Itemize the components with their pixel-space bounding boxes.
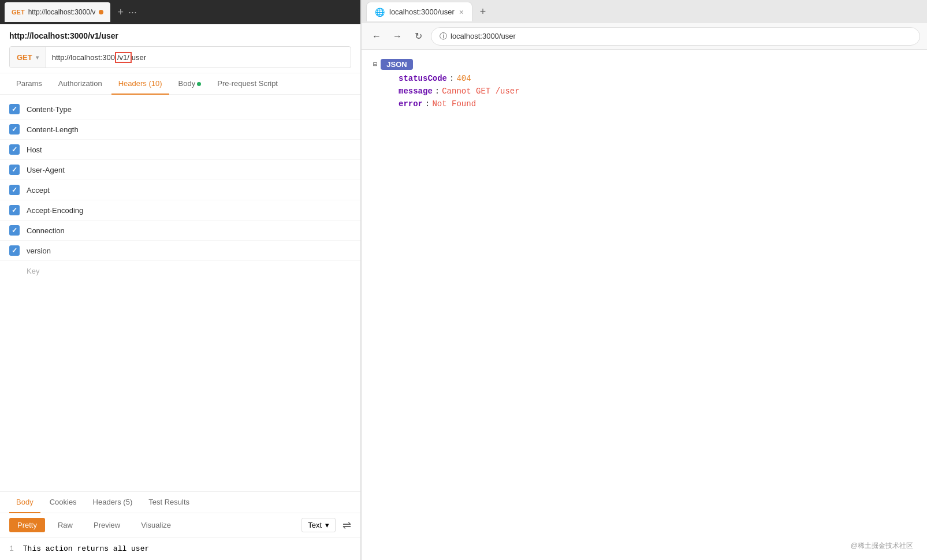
line-number: 1 [9, 544, 14, 553]
checkbox-accept[interactable] [9, 185, 20, 195]
address-bar[interactable]: ⓘ localhost:3000/user [431, 27, 920, 46]
tab-bar: GET http://localhost:3000/v + ··· [0, 0, 360, 24]
response-format-bar: Pretty Raw Preview Visualize Text ▾ ⇌ [0, 513, 360, 537]
json-value-statuscode: 404 [456, 74, 471, 83]
headers-list: Content-Type Content-Length Host User-Ag… [0, 95, 360, 491]
json-key-message: message [399, 87, 433, 96]
more-icon[interactable]: ··· [128, 6, 137, 18]
header-connection: Connection [27, 226, 65, 235]
format-pretty[interactable]: Pretty [9, 518, 45, 532]
checkbox-connection[interactable] [9, 225, 20, 236]
format-visualize[interactable]: Visualize [133, 518, 179, 532]
tab-prerequest[interactable]: Pre-request Script [210, 73, 285, 95]
response-content: This action returns all user [23, 544, 149, 553]
tab-dot [99, 10, 103, 14]
request-tabs: Params Authorization Headers (10) Body P… [0, 73, 360, 95]
active-tab[interactable]: GET http://localhost:3000/v [5, 2, 110, 22]
header-host: Host [27, 145, 42, 154]
browser-toolbar: ← → ↻ ⓘ localhost:3000/user [362, 23, 927, 50]
tab-url: http://localhost:3000/v [28, 8, 96, 16]
json-root-row: ⊟ JSON [373, 59, 915, 70]
url-highlighted: /v1/ [115, 52, 132, 63]
header-row: Content-Type [0, 99, 360, 120]
json-key-error: error [399, 99, 423, 109]
header-content-type: Content-Type [27, 105, 72, 114]
wrap-button[interactable]: ⇌ [342, 519, 351, 532]
json-line-message: message : Cannot GET /user [385, 85, 915, 98]
watermark: @稀土掘金技术社区 [851, 541, 913, 551]
method-chevron: ▾ [36, 54, 39, 61]
json-colon-2: : [425, 99, 430, 109]
page-title: http://localhost:3000/v1/user [9, 31, 351, 40]
tab-authorization[interactable]: Authorization [51, 73, 109, 95]
header-row: User-Agent [0, 160, 360, 180]
response-section: Body Cookies Headers (5) Test Results Pr… [0, 491, 360, 560]
header-row: Host [0, 140, 360, 160]
format-raw[interactable]: Raw [50, 518, 81, 532]
header-user-agent: User-Agent [27, 166, 65, 174]
url-section: http://localhost:3000/v1/user GET ▾ http… [0, 24, 360, 73]
browser-tab-bar: 🌐 localhost:3000/user × + [362, 0, 927, 23]
checkbox-accept-encoding[interactable] [9, 205, 20, 215]
header-version: version [27, 247, 51, 255]
reload-button[interactable]: ↻ [410, 28, 426, 44]
header-accept-encoding: Accept-Encoding [27, 206, 83, 215]
header-accept: Accept [27, 186, 50, 195]
back-button[interactable]: ← [368, 28, 385, 44]
tab-params[interactable]: Params [9, 73, 49, 95]
postman-panel: GET http://localhost:3000/v + ··· http:/… [0, 0, 361, 560]
checkbox-content-type[interactable] [9, 104, 20, 114]
header-row: Key [0, 261, 360, 281]
tab-close-button[interactable]: × [459, 8, 464, 17]
json-colon-0: : [449, 74, 454, 83]
body-dot [197, 82, 201, 86]
address-text: localhost:3000/user [451, 32, 516, 40]
checkbox-content-length[interactable] [9, 124, 20, 135]
favicon-icon: 🌐 [375, 8, 385, 17]
resp-tab-headers[interactable]: Headers (5) [86, 492, 140, 513]
checkbox-user-agent[interactable] [9, 165, 20, 175]
url-prefix: http://localhost:300 [52, 53, 115, 62]
new-tab-icon[interactable]: + [117, 6, 124, 18]
header-row: Accept [0, 180, 360, 200]
browser-tab-title: localhost:3000/user [389, 8, 455, 16]
json-expand-icon[interactable]: ⊟ [373, 60, 377, 69]
info-icon: ⓘ [440, 31, 447, 42]
json-colon-1: : [435, 87, 440, 96]
browser-panel: 🌐 localhost:3000/user × + ← → ↻ ⓘ localh… [361, 0, 927, 560]
checkbox-version[interactable] [9, 245, 20, 256]
new-tab-button[interactable]: + [475, 3, 491, 20]
forward-button[interactable]: → [389, 28, 405, 44]
checkbox-empty [9, 266, 20, 276]
resp-tab-cookies[interactable]: Cookies [43, 492, 84, 513]
tab-headers[interactable]: Headers (10) [111, 73, 169, 95]
tab-actions: + ··· [117, 6, 137, 18]
json-value-message: Cannot GET /user [442, 87, 519, 96]
response-tabs: Body Cookies Headers (5) Test Results [0, 492, 360, 513]
browser-tab[interactable]: 🌐 localhost:3000/user × [366, 2, 472, 21]
checkbox-host[interactable] [9, 144, 20, 155]
resp-tab-test-results[interactable]: Test Results [142, 492, 196, 513]
dropdown-chevron: ▾ [325, 521, 329, 529]
json-badge: JSON [381, 59, 412, 70]
json-line-statuscode: statusCode : 404 [385, 72, 915, 85]
json-key-statuscode: statusCode [399, 74, 447, 83]
header-row: Connection [0, 221, 360, 241]
method-select[interactable]: GET ▾ [10, 47, 46, 68]
response-body: 1This action returns all user [0, 537, 360, 560]
url-bar[interactable]: GET ▾ http://localhost:300/v1/user [9, 46, 351, 68]
url-display[interactable]: http://localhost:300/v1/user [46, 52, 351, 63]
json-body: statusCode : 404 message : Cannot GET /u… [373, 72, 915, 110]
tab-body[interactable]: Body [172, 73, 209, 95]
text-format-dropdown[interactable]: Text ▾ [301, 518, 336, 532]
header-row: Content-Length [0, 120, 360, 140]
tab-method: GET [12, 9, 25, 16]
resp-tab-body[interactable]: Body [9, 492, 40, 513]
method-label: GET [17, 53, 32, 62]
header-row: version [0, 241, 360, 261]
json-viewer: ⊟ JSON statusCode : 404 message : Cannot… [362, 50, 927, 120]
text-format-label: Text [308, 521, 322, 529]
format-preview[interactable]: Preview [85, 518, 128, 532]
header-key-placeholder: Key [27, 267, 39, 275]
header-content-length: Content-Length [27, 125, 79, 134]
